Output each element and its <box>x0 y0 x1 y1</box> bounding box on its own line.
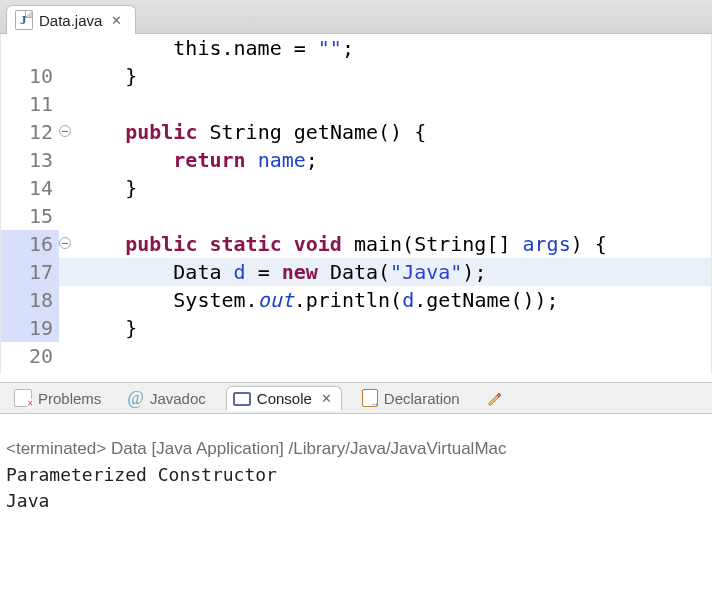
console-output-line: Parameterized Constructor <box>6 462 706 488</box>
line-number: 10 <box>1 62 59 90</box>
fold-gutter <box>59 174 77 202</box>
tab-problems[interactable]: Problems <box>8 386 107 410</box>
fold-toggle-icon[interactable] <box>59 125 71 137</box>
line-number: 17 <box>1 258 59 286</box>
close-icon[interactable]: ✕ <box>108 12 125 29</box>
code-line[interactable]: 15 <box>1 202 711 230</box>
line-number: 20 <box>1 342 59 370</box>
code-text[interactable] <box>77 90 711 118</box>
code-text[interactable]: this.name = ""; <box>77 34 711 62</box>
tab-javadoc-label: Javadoc <box>150 390 206 407</box>
code-text[interactable]: Data d = new Data("Java"); <box>77 258 711 286</box>
fold-toggle-icon[interactable] <box>59 237 71 249</box>
fold-gutter <box>59 62 77 90</box>
fold-gutter[interactable] <box>59 230 77 258</box>
tab-console-label: Console <box>257 390 312 407</box>
java-file-icon <box>15 10 33 30</box>
problems-icon <box>14 389 32 407</box>
code-line[interactable]: 16 public static void main(String[] args… <box>1 230 711 258</box>
code-line[interactable]: 20 <box>1 342 711 370</box>
code-text[interactable]: } <box>77 174 711 202</box>
code-editor[interactable]: this.name = "";10 }1112 public String ge… <box>0 34 712 374</box>
code-text[interactable]: public static void main(String[] args) { <box>77 230 711 258</box>
editor-tab-bar: Data.java ✕ <box>0 0 712 34</box>
code-text[interactable]: } <box>77 62 711 90</box>
line-number: 12 <box>1 118 59 146</box>
javadoc-icon: @ <box>127 389 144 407</box>
fold-gutter <box>59 286 77 314</box>
fold-gutter[interactable] <box>59 118 77 146</box>
code-line[interactable]: 18 System.out.println(d.getName()); <box>1 286 711 314</box>
code-text[interactable]: public String getName() { <box>77 118 711 146</box>
fold-gutter <box>59 34 77 62</box>
code-line[interactable]: 11 <box>1 90 711 118</box>
tab-console[interactable]: Console ✕ <box>226 386 342 411</box>
editor-tab-title: Data.java <box>39 12 102 29</box>
code-line[interactable]: 13 return name; <box>1 146 711 174</box>
code-line[interactable]: 12 public String getName() { <box>1 118 711 146</box>
console-status: <terminated> Data [Java Application] /Li… <box>6 436 706 462</box>
code-text[interactable]: } <box>77 314 711 342</box>
code-text[interactable]: return name; <box>77 146 711 174</box>
fold-gutter <box>59 258 77 286</box>
code-text[interactable]: System.out.println(d.getName()); <box>77 286 711 314</box>
line-number: 11 <box>1 90 59 118</box>
fold-gutter <box>59 90 77 118</box>
console-output-line: Java <box>6 488 706 514</box>
console-view[interactable]: <terminated> Data [Java Application] /Li… <box>0 414 712 600</box>
console-icon <box>233 392 251 406</box>
line-number: 16 <box>1 230 59 258</box>
code-text[interactable] <box>77 342 711 370</box>
code-line[interactable]: this.name = ""; <box>1 34 711 62</box>
tab-problems-label: Problems <box>38 390 101 407</box>
pen-icon <box>486 389 504 407</box>
line-number <box>1 34 59 62</box>
declaration-icon <box>362 389 378 407</box>
fold-gutter <box>59 314 77 342</box>
editor-tab-data-java[interactable]: Data.java ✕ <box>6 5 136 34</box>
code-line[interactable]: 19 } <box>1 314 711 342</box>
line-number: 13 <box>1 146 59 174</box>
fold-gutter <box>59 342 77 370</box>
close-icon[interactable]: ✕ <box>318 390 335 407</box>
code-text[interactable] <box>77 202 711 230</box>
line-number: 14 <box>1 174 59 202</box>
line-number: 19 <box>1 314 59 342</box>
tab-javadoc[interactable]: @ Javadoc <box>121 386 211 410</box>
line-number: 18 <box>1 286 59 314</box>
code-line[interactable]: 10 } <box>1 62 711 90</box>
toolbar-overflow[interactable] <box>480 386 510 410</box>
code-line[interactable]: 14 } <box>1 174 711 202</box>
line-number: 15 <box>1 202 59 230</box>
fold-gutter <box>59 202 77 230</box>
bottom-view-tab-bar: Problems @ Javadoc Console ✕ Declaration <box>0 382 712 414</box>
code-line[interactable]: 17 Data d = new Data("Java"); <box>1 258 711 286</box>
fold-gutter <box>59 146 77 174</box>
tab-declaration-label: Declaration <box>384 390 460 407</box>
tab-declaration[interactable]: Declaration <box>356 386 466 410</box>
